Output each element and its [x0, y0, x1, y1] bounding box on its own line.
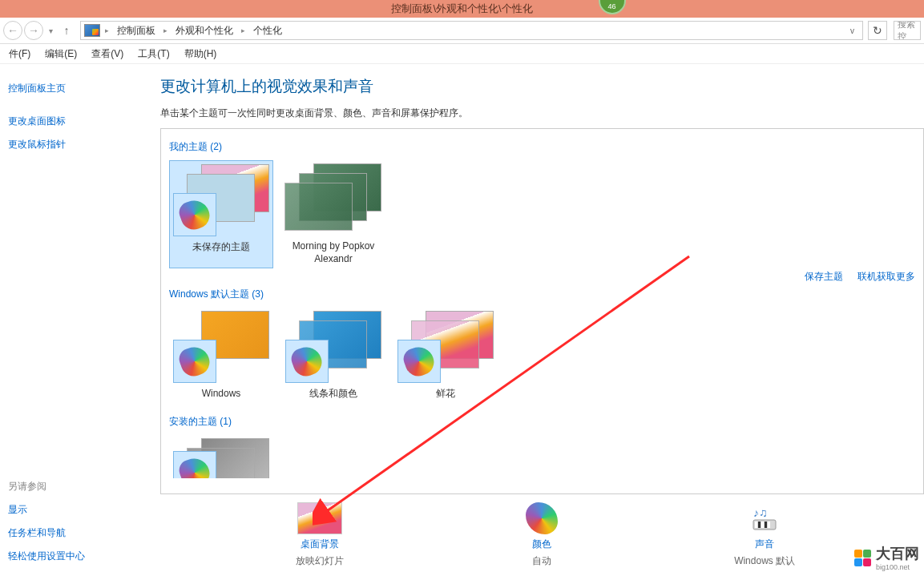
my-themes-header[interactable]: 我的主题 (2): [169, 140, 915, 154]
watermark-logo-icon: [853, 549, 871, 566]
menu-help[interactable]: 帮助(H): [177, 45, 224, 63]
theme-label: 未保存的主题: [192, 241, 250, 254]
page-description: 单击某个主题可一次性同时更改桌面背景、颜色、声音和屏幕保护程序。: [160, 107, 924, 120]
theme-settings-row: 桌面背景 放映幻灯片 颜色 自动 ♪♫ 声音 Windows 默认: [160, 494, 924, 576]
option-title: 声音: [755, 538, 774, 551]
up-button[interactable]: ↑: [58, 22, 75, 39]
theme-thumbnail: [285, 163, 381, 236]
theme-label: 鲜花: [436, 388, 455, 401]
theme-unsaved[interactable]: 未保存的主题: [169, 160, 273, 268]
option-subtitle: 放映幻灯片: [296, 554, 344, 568]
sidebar-mouse-pointers[interactable]: 更改鼠标指针: [8, 133, 144, 156]
control-panel-icon: [84, 24, 100, 37]
svg-rect-4: [761, 522, 764, 528]
theme-morning[interactable]: Morning by Popkov Alexandr: [281, 160, 385, 268]
sidebar-display[interactable]: 显示: [8, 498, 144, 522]
save-theme-link[interactable]: 保存主题: [805, 270, 843, 284]
watermark-sub: big100.net: [876, 563, 919, 571]
window-title: 控制面板\外观和个性化\个性化: [391, 2, 532, 16]
breadcrumb-dropdown-icon[interactable]: v: [845, 26, 859, 35]
theme-label: Morning by Popkov Alexandr: [284, 240, 382, 265]
chevron-right-icon: ▸: [160, 26, 171, 34]
theme-windows[interactable]: Windows: [169, 308, 273, 404]
svg-rect-3: [758, 522, 761, 528]
menu-tools[interactable]: 工具(T): [131, 45, 176, 63]
get-more-themes-link[interactable]: 联机获取更多: [857, 270, 915, 284]
badge-count: 46: [599, 0, 626, 14]
theme-actions: 保存主题 联机获取更多: [805, 270, 915, 284]
watermark: 大百网 big100.net: [853, 544, 919, 571]
sidebar: 控制面板主页 更改桌面图标 更改鼠标指针 另请参阅 显示 任务栏和导航 轻松使用…: [0, 64, 152, 576]
color-icon: [526, 502, 558, 534]
theme-installed[interactable]: [169, 435, 273, 486]
palette-icon: [397, 340, 441, 383]
breadcrumb[interactable]: ▸ 控制面板 ▸ 外观和个性化 ▸ 个性化 v: [80, 21, 863, 40]
menu-bar: 件(F) 编辑(E) 查看(V) 工具(T) 帮助(H): [0, 44, 924, 64]
svg-rect-5: [765, 522, 767, 528]
color-option[interactable]: 颜色 自动: [486, 502, 598, 568]
palette-icon: [285, 340, 329, 383]
content-area: 更改计算机上的视觉效果和声音 单击某个主题可一次性同时更改桌面背景、颜色、声音和…: [152, 64, 924, 576]
svg-rect-2: [755, 522, 757, 528]
history-dropdown-icon[interactable]: ▾: [45, 26, 56, 35]
forward-button[interactable]: →: [24, 21, 43, 40]
theme-label: Windows: [202, 388, 241, 401]
sound-icon: ♪♫: [745, 502, 784, 534]
default-themes-header[interactable]: Windows 默认主题 (3): [169, 288, 915, 301]
desktop-background-option[interactable]: 桌面背景 放映幻灯片: [264, 502, 376, 568]
sidebar-desktop-icons[interactable]: 更改桌面图标: [8, 110, 144, 133]
palette-icon: [173, 451, 216, 478]
theme-thumbnail: [397, 311, 494, 383]
theme-thumbnail: [173, 164, 269, 236]
theme-label: 线条和颜色: [309, 388, 357, 401]
sidebar-taskbar[interactable]: 任务栏和导航: [8, 522, 144, 545]
themes-panel: 我的主题 (2) 未保存的主题 Morning by Popkov Alexan…: [160, 128, 924, 494]
option-subtitle: Windows 默认: [734, 554, 795, 568]
breadcrumb-item[interactable]: 外观和个性化: [172, 22, 236, 39]
theme-thumbnail: [285, 311, 381, 383]
chevron-right-icon: ▸: [238, 26, 248, 34]
theme-flowers[interactable]: 鲜花: [393, 308, 498, 404]
back-button[interactable]: ←: [3, 21, 22, 40]
sound-option[interactable]: ♪♫ 声音 Windows 默认: [708, 502, 821, 568]
menu-view[interactable]: 查看(V): [84, 45, 131, 63]
refresh-button[interactable]: ↻: [868, 21, 887, 40]
option-subtitle: 自动: [532, 554, 551, 568]
sidebar-home[interactable]: 控制面板主页: [8, 77, 144, 100]
svg-rect-6: [768, 522, 770, 528]
menu-file[interactable]: 件(F): [2, 45, 38, 63]
theme-lines[interactable]: 线条和颜色: [281, 308, 385, 404]
palette-icon: [173, 193, 216, 236]
option-title: 颜色: [532, 538, 551, 551]
option-title: 桌面背景: [301, 538, 339, 551]
watermark-text: 大百网: [876, 544, 919, 563]
title-bar: 控制面板\外观和个性化\个性化 46: [0, 0, 924, 18]
nav-bar: ← → ▾ ↑ ▸ 控制面板 ▸ 外观和个性化 ▸ 个性化 v ↻ 搜索控: [0, 18, 924, 44]
svg-text:♪♫: ♪♫: [753, 506, 768, 519]
chevron-right-icon: ▸: [102, 26, 112, 34]
search-input[interactable]: 搜索控: [894, 21, 921, 40]
installed-themes-header[interactable]: 安装的主题 (1): [169, 415, 915, 429]
sidebar-ease-of-access[interactable]: 轻松使用设置中心: [8, 545, 144, 568]
page-title: 更改计算机上的视觉效果和声音: [160, 76, 924, 97]
see-also-label: 另请参阅: [8, 475, 144, 498]
theme-thumbnail: [173, 438, 269, 478]
breadcrumb-item[interactable]: 控制面板: [114, 22, 159, 39]
palette-icon: [173, 340, 216, 383]
breadcrumb-item[interactable]: 个性化: [250, 22, 285, 39]
background-icon: [297, 502, 342, 534]
menu-edit[interactable]: 编辑(E): [38, 45, 84, 63]
theme-thumbnail: [173, 311, 269, 383]
